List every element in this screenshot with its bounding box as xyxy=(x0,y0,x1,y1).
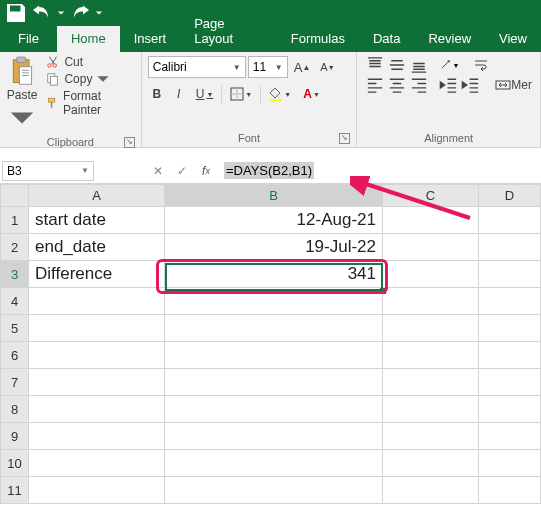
align-right-icon[interactable] xyxy=(409,76,429,94)
row-header[interactable]: 1 xyxy=(1,207,29,234)
cell[interactable] xyxy=(165,423,383,450)
cell[interactable] xyxy=(383,477,479,504)
orientation-icon[interactable]: ▼ xyxy=(439,56,459,74)
cell[interactable] xyxy=(165,396,383,423)
cell-d1[interactable] xyxy=(479,207,541,234)
tab-data[interactable]: Data xyxy=(359,26,414,52)
cell-a1[interactable]: start date xyxy=(29,207,165,234)
align-middle-icon[interactable] xyxy=(387,56,407,74)
cell[interactable] xyxy=(29,450,165,477)
increase-indent-icon[interactable] xyxy=(461,76,481,94)
cancel-formula-icon[interactable]: ✕ xyxy=(146,159,170,183)
cell[interactable] xyxy=(479,315,541,342)
tab-insert[interactable]: Insert xyxy=(120,26,181,52)
bold-button[interactable]: B xyxy=(148,84,166,104)
row-header[interactable]: 4 xyxy=(1,288,29,315)
select-all-corner[interactable] xyxy=(1,185,29,207)
column-header-b[interactable]: B xyxy=(165,185,383,207)
cell-c1[interactable] xyxy=(383,207,479,234)
formula-input[interactable]: =DAYS(B2,B1) xyxy=(218,160,541,181)
font-name-select[interactable]: Calibri ▼ xyxy=(148,56,246,78)
cell[interactable] xyxy=(383,423,479,450)
align-left-icon[interactable] xyxy=(365,76,385,94)
cell[interactable] xyxy=(29,396,165,423)
cell-b2[interactable]: 19-Jul-22 xyxy=(165,234,383,261)
clipboard-launcher-icon[interactable]: ↘ xyxy=(124,137,135,148)
cell[interactable] xyxy=(479,450,541,477)
cell[interactable] xyxy=(165,315,383,342)
undo-dropdown-icon[interactable] xyxy=(56,2,66,24)
cell[interactable] xyxy=(165,450,383,477)
font-color-icon[interactable]: A▼ xyxy=(299,84,324,104)
redo-icon[interactable] xyxy=(68,2,92,24)
row-header[interactable]: 5 xyxy=(1,315,29,342)
fill-color-icon[interactable]: ▼ xyxy=(265,84,295,104)
tab-page-layout[interactable]: Page Layout xyxy=(180,11,277,52)
cell-b1[interactable]: 12-Aug-21 xyxy=(165,207,383,234)
row-header[interactable]: 8 xyxy=(1,396,29,423)
cell[interactable] xyxy=(29,477,165,504)
cell[interactable] xyxy=(383,315,479,342)
row-header[interactable]: 2 xyxy=(1,234,29,261)
cell[interactable] xyxy=(479,423,541,450)
row-header[interactable]: 10 xyxy=(1,450,29,477)
borders-icon[interactable]: ▼ xyxy=(226,84,256,104)
fill-handle[interactable] xyxy=(380,288,386,294)
align-top-icon[interactable] xyxy=(365,56,385,74)
copy-button[interactable]: Copy xyxy=(44,71,136,87)
cell[interactable] xyxy=(383,396,479,423)
fx-icon[interactable]: fx xyxy=(194,159,218,183)
cell[interactable] xyxy=(165,342,383,369)
cell-a2[interactable]: end_date xyxy=(29,234,165,261)
enter-formula-icon[interactable]: ✓ xyxy=(170,159,194,183)
cell-d3[interactable] xyxy=(479,261,541,288)
cell[interactable] xyxy=(383,450,479,477)
cell-c3[interactable] xyxy=(383,261,479,288)
font-size-select[interactable]: 11 ▼ xyxy=(248,56,288,78)
tab-review[interactable]: Review xyxy=(414,26,485,52)
cell[interactable] xyxy=(383,369,479,396)
italic-button[interactable]: I xyxy=(170,84,188,104)
cell[interactable] xyxy=(479,342,541,369)
column-header-d[interactable]: D xyxy=(479,185,541,207)
cell[interactable] xyxy=(29,423,165,450)
cell[interactable] xyxy=(479,396,541,423)
underline-button[interactable]: U▼ xyxy=(192,84,218,104)
cell[interactable] xyxy=(479,288,541,315)
cell[interactable] xyxy=(29,315,165,342)
tab-home[interactable]: Home xyxy=(57,26,120,52)
save-icon[interactable] xyxy=(4,2,28,24)
cell[interactable] xyxy=(383,342,479,369)
row-header[interactable]: 3 xyxy=(1,261,29,288)
undo-icon[interactable] xyxy=(30,2,54,24)
format-painter-button[interactable]: Format Painter xyxy=(44,88,136,118)
cell[interactable] xyxy=(29,342,165,369)
cell[interactable] xyxy=(29,369,165,396)
align-center-icon[interactable] xyxy=(387,76,407,94)
decrease-font-icon[interactable]: A▼ xyxy=(316,57,338,77)
cell[interactable] xyxy=(165,369,383,396)
row-header[interactable]: 11 xyxy=(1,477,29,504)
cell[interactable] xyxy=(165,288,383,315)
tab-formulas[interactable]: Formulas xyxy=(277,26,359,52)
row-header[interactable]: 6 xyxy=(1,342,29,369)
qat-customize-icon[interactable] xyxy=(94,2,104,24)
font-launcher-icon[interactable]: ↘ xyxy=(339,133,350,144)
increase-font-icon[interactable]: A▲ xyxy=(290,57,315,77)
column-header-c[interactable]: C xyxy=(383,185,479,207)
cell-d2[interactable] xyxy=(479,234,541,261)
cell[interactable] xyxy=(479,477,541,504)
align-bottom-icon[interactable] xyxy=(409,56,429,74)
tab-view[interactable]: View xyxy=(485,26,541,52)
paste-button[interactable]: Paste xyxy=(4,54,40,134)
cut-button[interactable]: Cut xyxy=(44,54,136,70)
wrap-text-icon[interactable] xyxy=(473,56,489,74)
column-header-a[interactable]: A xyxy=(29,185,165,207)
name-box[interactable]: B3 ▼ xyxy=(2,161,94,181)
row-header[interactable]: 9 xyxy=(1,423,29,450)
tab-file[interactable]: File xyxy=(0,26,57,52)
cell-c2[interactable] xyxy=(383,234,479,261)
merge-center-icon[interactable]: Mer xyxy=(495,76,532,94)
cell[interactable] xyxy=(29,288,165,315)
cell[interactable] xyxy=(165,477,383,504)
